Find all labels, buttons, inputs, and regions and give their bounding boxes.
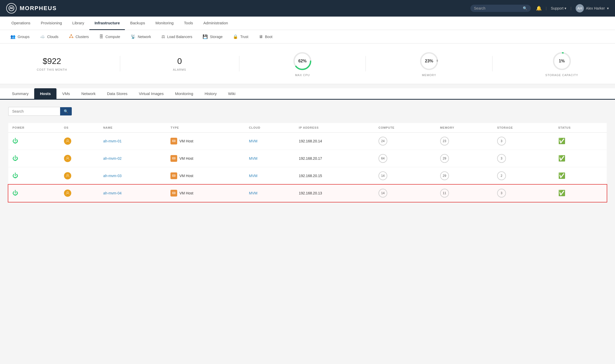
status-ok-icon: ✅ xyxy=(558,172,565,179)
host-link[interactable]: ah-mvm-04 xyxy=(103,191,121,195)
nav-item-library[interactable]: Library xyxy=(67,17,89,30)
cloud-link[interactable]: MVM xyxy=(249,174,258,178)
tab-hosts[interactable]: Hosts xyxy=(34,88,56,100)
sub-nav-clusters[interactable]: Clusters xyxy=(65,30,93,43)
cell-os xyxy=(60,185,99,202)
tab-virtual-images[interactable]: Virtual Images xyxy=(133,88,169,100)
col-memory: MEMORY xyxy=(436,123,493,133)
tab-summary[interactable]: Summary xyxy=(6,88,34,100)
compute-icon: 🗄 xyxy=(99,34,103,39)
cell-os xyxy=(60,133,99,150)
clouds-icon: ☁️ xyxy=(40,34,45,39)
cell-compute: 24 xyxy=(374,133,436,150)
table-row: ⏻ ah-mvm-04 VM Host MVM 192.168.20.13 14 xyxy=(8,185,607,202)
cloud-link[interactable]: MVM xyxy=(249,139,258,143)
compute-badge: 14 xyxy=(378,189,387,198)
host-link[interactable]: ah-mvm-01 xyxy=(103,139,121,143)
groups-icon: 👥 xyxy=(10,34,16,39)
alarms-label: ALARMS xyxy=(173,68,186,71)
memory-label: MEMORY xyxy=(422,74,436,77)
tab-monitoring[interactable]: Monitoring xyxy=(169,88,199,100)
tab-network[interactable]: Network xyxy=(76,88,101,100)
sub-nav-storage[interactable]: 💾 Storage xyxy=(198,30,227,43)
host-link[interactable]: ah-mvm-03 xyxy=(103,174,121,178)
logo-icon xyxy=(6,3,17,13)
type-label: VM Host xyxy=(179,156,193,161)
cell-cloud[interactable]: MVM xyxy=(245,150,295,167)
cell-name[interactable]: ah-mvm-03 xyxy=(99,167,166,185)
nav-item-provisioning[interactable]: Provisioning xyxy=(35,17,67,30)
table-row: ⏻ ah-mvm-02 VM Host MVM 192.168.20.17 64 xyxy=(8,150,607,167)
sub-nav-network[interactable]: 📡 Network xyxy=(126,30,155,43)
cell-name[interactable]: ah-mvm-04 xyxy=(99,185,166,202)
cell-type: VM Host xyxy=(166,150,245,167)
cell-cloud[interactable]: MVM xyxy=(245,167,295,185)
cell-power[interactable]: ⏻ xyxy=(8,150,60,167)
power-on-icon[interactable]: ⏻ xyxy=(12,190,18,196)
top-nav: MORPHEUS 🔍 🔔 | Support ▾ | AH Alex Harke… xyxy=(0,0,615,17)
compute-badge: 14 xyxy=(378,171,387,180)
tab-wiki[interactable]: Wiki xyxy=(222,88,241,100)
memory-gauge: 23% xyxy=(419,51,439,71)
cell-power[interactable]: ⏻ xyxy=(8,167,60,185)
nav-right: 🔔 | Support ▾ | AH Alex Harker ▾ xyxy=(536,4,609,12)
nav-item-infrastructure[interactable]: Infrastructure xyxy=(89,17,125,30)
sub-nav-groups[interactable]: 👥 Groups xyxy=(6,30,34,43)
svg-rect-15 xyxy=(174,140,175,141)
tab-history[interactable]: History xyxy=(199,88,223,100)
sub-nav-trust[interactable]: 🔒 Trust xyxy=(229,30,252,43)
cloud-link[interactable]: MVM xyxy=(249,156,258,161)
alarms-metric: 0 ALARMS xyxy=(173,56,186,71)
cell-name[interactable]: ah-mvm-02 xyxy=(99,150,166,167)
svg-point-16 xyxy=(67,157,68,159)
support-button[interactable]: Support ▾ xyxy=(551,6,566,10)
global-search-input[interactable] xyxy=(474,6,521,10)
sub-nav-compute[interactable]: 🗄 Compute xyxy=(95,30,124,43)
cell-power[interactable]: ⏻ xyxy=(8,185,60,202)
cell-os xyxy=(60,150,99,167)
nav-item-backups[interactable]: Backups xyxy=(125,17,150,30)
type-label: VM Host xyxy=(179,174,193,178)
host-link[interactable]: ah-mvm-02 xyxy=(103,156,121,161)
storage-label: STORAGE CAPACITY xyxy=(545,74,578,77)
cell-compute: 14 xyxy=(374,167,436,185)
global-search-bar[interactable]: 🔍 xyxy=(470,5,531,12)
type-label: VM Host xyxy=(179,139,193,143)
cloud-link[interactable]: MVM xyxy=(249,191,258,195)
sub-nav-load-balancers[interactable]: ⚖ Load Balancers xyxy=(157,30,196,43)
hosts-search-input[interactable] xyxy=(8,107,60,116)
compute-badge: 24 xyxy=(378,137,387,145)
cpu-metric: 62% MAX CPU xyxy=(292,51,313,77)
svg-rect-19 xyxy=(174,158,175,159)
power-on-icon[interactable]: ⏻ xyxy=(12,138,18,144)
vm-host-icon xyxy=(170,172,177,179)
storage-metric: 1% STORAGE CAPACITY xyxy=(545,51,578,77)
cost-label: COST THIS MONTH xyxy=(37,68,67,71)
nav-item-monitoring[interactable]: Monitoring xyxy=(150,17,179,30)
search-icon: 🔍 xyxy=(523,6,527,10)
power-on-icon[interactable]: ⏻ xyxy=(12,155,18,162)
nav-item-administration[interactable]: Administration xyxy=(198,17,233,30)
nav-item-tools[interactable]: Tools xyxy=(179,17,198,30)
tab-vms[interactable]: VMs xyxy=(56,88,76,100)
bell-icon[interactable]: 🔔 xyxy=(536,5,542,11)
tab-data-stores[interactable]: Data Stores xyxy=(101,88,133,100)
cell-status: ✅ xyxy=(554,133,607,150)
hosts-search-button[interactable]: 🔍 xyxy=(60,107,72,115)
cell-ip: 192.168.20.14 xyxy=(295,133,374,150)
cell-storage: 3 xyxy=(493,133,554,150)
nav-item-operations[interactable]: Operations xyxy=(6,17,35,30)
svg-rect-26 xyxy=(173,192,174,193)
cell-power[interactable]: ⏻ xyxy=(8,133,60,150)
cell-name[interactable]: ah-mvm-01 xyxy=(99,133,166,150)
cpu-label: MAX CPU xyxy=(295,74,310,77)
storage-badge: 2 xyxy=(497,171,506,180)
cell-cloud[interactable]: MVM xyxy=(245,185,295,202)
sub-nav-boot[interactable]: 🖥 Boot xyxy=(255,30,277,43)
cell-cloud[interactable]: MVM xyxy=(245,133,295,150)
sub-nav-clouds[interactable]: ☁️ Clouds xyxy=(36,30,63,43)
user-menu[interactable]: AH Alex Harker ▾ xyxy=(576,4,609,12)
alarms-value: 0 xyxy=(177,56,182,66)
power-on-icon[interactable]: ⏻ xyxy=(12,172,18,179)
svg-rect-14 xyxy=(173,140,174,141)
